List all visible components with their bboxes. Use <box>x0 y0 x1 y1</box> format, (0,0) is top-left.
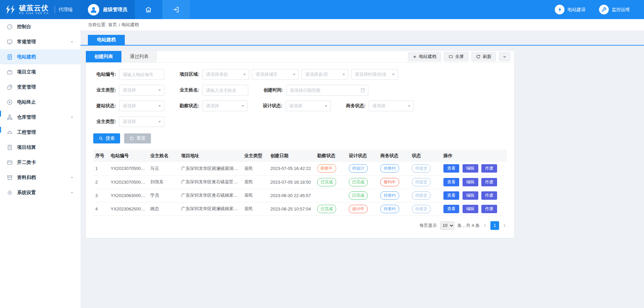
edit-button[interactable]: 编辑 <box>463 205 478 213</box>
view-button[interactable]: 查看 <box>443 178 459 186</box>
page-number[interactable]: 1 <box>490 221 499 230</box>
next-page-button[interactable] <box>502 223 507 228</box>
status-badge: 已完成 <box>349 178 368 186</box>
province-select[interactable]: 请选择省份 <box>202 69 249 80</box>
edit-button[interactable]: 编辑 <box>463 191 478 200</box>
logo-title: 破茧云伏 <box>19 4 49 12</box>
collapse-button[interactable] <box>499 52 511 61</box>
tab-passed-list[interactable]: 通过列表 <box>121 51 157 62</box>
logo-icon <box>5 5 16 15</box>
city-select[interactable]: 请选择城市 <box>252 69 299 80</box>
sidebar-item-project-settlement[interactable]: 项目结算 <box>0 140 80 155</box>
cell-owner: 马云 <box>148 162 179 175</box>
table-row: 4 YX2023062500004 姚忠 广东深圳龙华区观澜镇姚家庄... 居民… <box>93 202 507 215</box>
refresh-button[interactable]: 刷新 <box>471 52 496 61</box>
owner-type-label: 业主类型: <box>93 87 116 93</box>
status-badge: 待签约 <box>380 191 399 200</box>
region-label: 项目区域: <box>176 71 199 77</box>
col-survey: 勘察状态 <box>315 149 347 162</box>
chevron-down-icon <box>325 105 327 107</box>
per-page-select[interactable]: 10 <box>440 221 454 230</box>
sidebar-item-engineering-mgmt[interactable]: 工程管理 <box>0 125 80 140</box>
view-button[interactable]: 查看 <box>443 191 459 200</box>
sidebar-item-warehouse-mgmt[interactable]: 仓库管理 <box>0 110 80 125</box>
sidebar-item-system-settings[interactable]: 系统设置 <box>0 185 80 200</box>
owner-type2-select[interactable]: 请选择 <box>119 116 164 127</box>
chevron-down-icon <box>158 105 161 107</box>
fullscreen-button[interactable]: 全屏 <box>444 52 469 61</box>
search-icon <box>99 136 103 141</box>
void-button[interactable]: 作废 <box>481 191 497 200</box>
status-badge: 已完成 <box>349 191 368 200</box>
cell-address: 广东深圳龙华区黄石镇皇官大... <box>179 175 242 189</box>
calculator-icon <box>7 144 13 150</box>
calendar-icon <box>360 87 365 93</box>
view-button[interactable]: 查看 <box>443 164 459 173</box>
void-button[interactable]: 作废 <box>481 205 497 213</box>
status-badge: 待提交 <box>412 164 431 173</box>
sidebar-scrollbar[interactable] <box>0 127 1 133</box>
logout-button[interactable] <box>162 0 190 19</box>
sidebar-item-label: 项目立项 <box>17 69 36 75</box>
wrench-icon <box>599 5 609 14</box>
sidebar-item-label: 变更管理 <box>17 84 36 90</box>
sidebar-item-change-mgmt[interactable]: 变更管理 <box>0 79 80 95</box>
portal-label: 代理端 <box>55 6 72 13</box>
user-name: 超级管理员 <box>103 6 127 13</box>
sidebar-item-station-terminate[interactable]: 电站终止 <box>0 95 80 110</box>
table-row: 1 YX2023070500011 马云 广东深圳龙华区观澜镇观湖路... 居民… <box>93 162 507 175</box>
sidebar-item-label: 资料归档 <box>17 175 36 181</box>
station-code-input[interactable] <box>119 69 164 80</box>
edit-button[interactable]: 编辑 <box>463 164 478 173</box>
sidebar-item-dashboard[interactable]: 控制台 <box>0 19 80 34</box>
survey-status-select[interactable]: 请选择 <box>202 101 248 111</box>
business-status-select[interactable]: 请选择 <box>369 101 414 111</box>
create-station-button[interactable]: 电站建档 <box>408 52 441 61</box>
cell-address: 广东深圳龙华区观澜镇姚家庄... <box>179 202 242 215</box>
county-select[interactable]: 请选择县/区 <box>302 69 348 80</box>
table-header-row: 序号 电站编号 业主姓名 项目地址 业主类型 创建日期 勘察状态 设计状态 商务… <box>93 149 507 162</box>
sidebar-item-label: 系统设置 <box>17 190 36 196</box>
sidebar-item-station-archive[interactable]: 电站建档 <box>0 49 80 64</box>
breadcrumb-current: 电站建档 <box>121 22 139 28</box>
user-menu[interactable]: 超级管理员 <box>80 0 135 19</box>
nav-monitor-ops[interactable]: 监控运维 <box>599 5 630 14</box>
view-button[interactable]: 查看 <box>443 205 459 213</box>
page-tab-station-archive[interactable]: 电站建档 <box>88 35 125 45</box>
owner-type-select[interactable]: 请选择 <box>119 85 164 96</box>
build-status-select[interactable]: 请选择 <box>119 101 164 111</box>
sidebar-item-general-mgmt[interactable]: 常规管理 <box>0 34 80 49</box>
prev-page-button[interactable] <box>483 223 487 228</box>
logo-subtitle: Po Jian Yun Fu <box>19 12 49 15</box>
nav-station-build[interactable]: 电站建设 <box>555 5 586 14</box>
sidebar-item-data-archive[interactable]: 资料归档 <box>0 170 80 185</box>
col-address: 项目地址 <box>179 149 242 162</box>
card-icon <box>7 160 13 166</box>
town-select[interactable]: 请选择村镇/街道 <box>351 69 398 80</box>
date-range-input[interactable] <box>286 85 368 96</box>
cell-address: 广东深圳龙华区黄石镇姚家庄... <box>179 189 242 202</box>
col-status: 状态 <box>410 149 441 162</box>
tab-underline <box>80 45 644 46</box>
reset-button[interactable]: 重置 <box>124 133 151 143</box>
pagination-total: 条，共 4 条 <box>458 223 480 229</box>
void-button[interactable]: 作废 <box>481 164 497 173</box>
sidebar-item-project-init[interactable]: 项目立项 <box>0 64 80 79</box>
breadcrumb: 当前位置: 首页 / 电站建档 <box>80 19 644 30</box>
design-status-select[interactable]: 请选择 <box>285 101 331 111</box>
cell-owner: 刘强东 <box>148 175 179 189</box>
sidebar-scrollbar[interactable] <box>0 111 1 117</box>
sidebar-item-label: 常规管理 <box>17 39 36 45</box>
edit-button[interactable]: 编辑 <box>463 178 478 186</box>
sidebar-item-type2-card[interactable]: 开二类卡 <box>0 155 80 170</box>
cell-created: 2023-07-05 16:42:22 <box>268 162 315 175</box>
breadcrumb-home[interactable]: 首页 <box>108 22 117 28</box>
void-button[interactable]: 作废 <box>481 178 497 186</box>
owner-name-input[interactable] <box>202 85 248 96</box>
home-button[interactable] <box>135 0 162 19</box>
tab-create-list[interactable]: 创建列表 <box>86 51 121 62</box>
cell-owner: 姚忠 <box>148 202 179 215</box>
search-button[interactable]: 搜索 <box>93 133 120 143</box>
status-badge: 已完成 <box>317 178 336 186</box>
logo-section: 破茧云伏 Po Jian Yun Fu 代理端 <box>0 0 80 19</box>
